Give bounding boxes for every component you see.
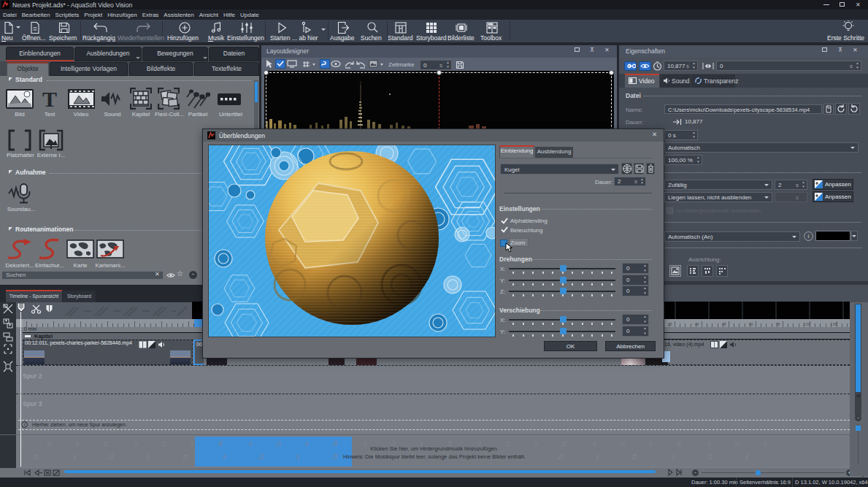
svg-text:T: T xyxy=(42,89,57,109)
